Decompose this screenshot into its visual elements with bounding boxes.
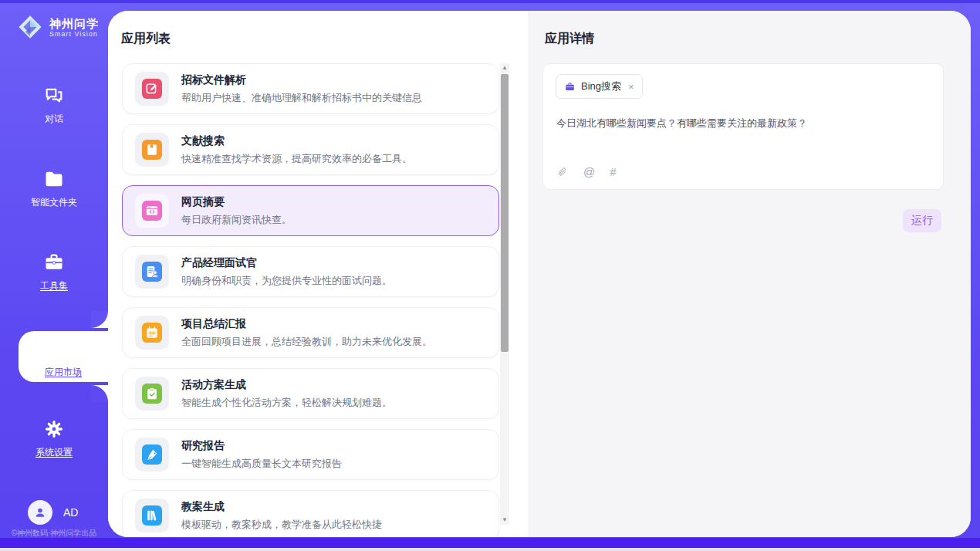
- app-card-desc: 帮助用户快速、准确地理解和解析招标书中的关键信息: [181, 91, 422, 105]
- sidebar-item-tools[interactable]: 工具集: [0, 252, 108, 292]
- app-window: 神州问学 Smart Vision 对话 智能文件夹 工具集 应用市场 系统设置…: [0, 0, 980, 551]
- scrollbar[interactable]: ▲ ▼: [500, 63, 509, 525]
- app-icon-wrap: [135, 377, 169, 411]
- clipboard-check-icon: [144, 386, 160, 401]
- person-doc-icon: [144, 264, 160, 279]
- app-card[interactable]: 文献搜索 快速精准查找学术资源，提高研究效率的必备工具。: [122, 124, 499, 175]
- avatar[interactable]: [28, 500, 52, 525]
- app-card-desc: 智能生成个性化活动方案，轻松解决规划难题。: [181, 396, 392, 410]
- sidebar-item-settings[interactable]: 系统设置: [0, 418, 108, 459]
- briefcase-icon: [564, 81, 576, 93]
- app-list-title: 应用列表: [121, 31, 171, 47]
- scroll-down-arrow-icon[interactable]: ▼: [500, 516, 509, 525]
- app-card-desc: 模板驱动，教案秒成，教学准备从此轻松快捷: [181, 518, 382, 532]
- toolbox-icon: [43, 252, 65, 273]
- app-detail-title: 应用详情: [545, 31, 594, 47]
- user-row[interactable]: AD: [28, 500, 78, 525]
- window-bottom-bar: [0, 538, 980, 548]
- window-top-edge: [0, 0, 980, 3]
- ink-pen-icon: [144, 447, 160, 462]
- plugin-chip-label: Bing搜索: [581, 79, 621, 93]
- app-card-desc: 一键智能生成高质量长文本研究报告: [181, 457, 342, 471]
- app-icon-wrap: [135, 72, 169, 106]
- paperclip-icon[interactable]: [556, 166, 569, 178]
- brand-logo: 神州问学 Smart Vision: [15, 12, 99, 42]
- app-icon-wrap: [135, 194, 169, 228]
- chat-icon: [43, 85, 65, 106]
- book-icon: [144, 142, 160, 157]
- app-list-panel: 应用列表 招标文件解析 帮助用户快速、准确地理解和解析招标书中的关键信息 文献搜…: [108, 11, 529, 537]
- app-card-title: 产品经理面试官: [181, 256, 392, 270]
- app-card[interactable]: 项目总结汇报 全面回顾项目进展，总结经验教训，助力未来优化发展。: [122, 307, 499, 358]
- app-icon-wrap: [135, 499, 169, 532]
- app-card-title: 活动方案生成: [181, 378, 392, 392]
- chip-close-icon[interactable]: ×: [628, 81, 634, 93]
- app-card-desc: 快速精准查找学术资源，提高研究效率的必备工具。: [181, 152, 412, 166]
- content-area: 应用列表 招标文件解析 帮助用户快速、准确地理解和解析招标书中的关键信息 文献搜…: [108, 11, 971, 537]
- cube-icon: [52, 338, 74, 360]
- diamond-logo-icon: [15, 12, 45, 42]
- sidebar-item-chat[interactable]: 对话: [0, 85, 108, 126]
- app-card-title: 文献搜索: [181, 134, 412, 148]
- app-icon-wrap: [135, 438, 169, 472]
- scrollbar-thumb[interactable]: [501, 74, 509, 352]
- brand-subtitle: Smart Vision: [49, 30, 99, 38]
- sidebar-item-market[interactable]: 应用市场: [19, 331, 108, 382]
- app-card-title: 网页摘要: [181, 195, 292, 209]
- calendar-note-icon: [144, 325, 160, 340]
- mention-icon[interactable]: @: [583, 166, 595, 178]
- folder-icon: [43, 168, 65, 190]
- app-card-title: 招标文件解析: [181, 73, 422, 87]
- active-tab-flare-top: [91, 311, 108, 328]
- active-tab-flare-bottom: [91, 385, 108, 402]
- query-text[interactable]: 今日湖北有哪些新闻要点？有哪些需要关注的最新政策？: [556, 117, 927, 130]
- copyright-text: ©神州数码·神州问学出品: [0, 528, 108, 539]
- pen-square-icon: [144, 81, 160, 96]
- app-card-desc: 全面回顾项目进展，总结经验教训，助力未来优化发展。: [181, 335, 432, 349]
- books-icon: [144, 508, 160, 523]
- detail-card: Bing搜索 × 今日湖北有哪些新闻要点？有哪些需要关注的最新政策？ @ #: [542, 63, 944, 190]
- scroll-up-arrow-icon[interactable]: ▲: [500, 63, 509, 73]
- app-card[interactable]: 活动方案生成 智能生成个性化活动方案，轻松解决规划难题。: [122, 368, 499, 419]
- app-list: 招标文件解析 帮助用户快速、准确地理解和解析招标书中的关键信息 文献搜索 快速精…: [122, 63, 499, 537]
- app-card[interactable]: 研究报告 一键智能生成高质量长文本研究报告: [122, 429, 499, 480]
- app-card[interactable]: 招标文件解析 帮助用户快速、准确地理解和解析招标书中的关键信息: [122, 63, 499, 114]
- app-icon-wrap: [135, 255, 169, 289]
- sidebar-item-folders[interactable]: 智能文件夹: [0, 168, 108, 209]
- app-icon-wrap: [135, 316, 169, 350]
- app-card[interactable]: 网页摘要 每日政府新闻资讯快查。: [122, 185, 499, 236]
- app-icon-wrap: [135, 133, 169, 167]
- app-card-desc: 明确身份和职责，为您提供专业性的面试问题。: [181, 274, 392, 288]
- run-button[interactable]: 运行: [903, 209, 941, 232]
- app-card-title: 项目总结汇报: [181, 317, 432, 331]
- input-toolbar: @ #: [556, 166, 617, 178]
- hash-icon[interactable]: #: [610, 166, 616, 178]
- browser-code-icon: [144, 203, 160, 218]
- gear-icon: [43, 418, 65, 440]
- app-card-desc: 每日政府新闻资讯快查。: [181, 213, 292, 227]
- window-bottom-edge: [0, 548, 980, 551]
- user-name: AD: [63, 506, 78, 519]
- brand-name: 神州问学: [49, 17, 99, 30]
- app-card-title: 研究报告: [181, 439, 342, 453]
- app-card-title: 教案生成: [181, 500, 382, 514]
- plugin-chip-bing-search[interactable]: Bing搜索 ×: [556, 74, 643, 99]
- app-detail-panel: 应用详情 Bing搜索 × 今日湖北有哪些新闻要点？有哪些需要关注的最新政策？ …: [529, 11, 971, 537]
- user-icon: [32, 505, 48, 520]
- app-card[interactable]: 教案生成 模板驱动，教案秒成，教学准备从此轻松快捷: [122, 490, 499, 537]
- sidebar: 神州问学 Smart Vision 对话 智能文件夹 工具集 应用市场 系统设置…: [0, 3, 108, 548]
- app-card[interactable]: 产品经理面试官 明确身份和职责，为您提供专业性的面试问题。: [122, 246, 499, 297]
